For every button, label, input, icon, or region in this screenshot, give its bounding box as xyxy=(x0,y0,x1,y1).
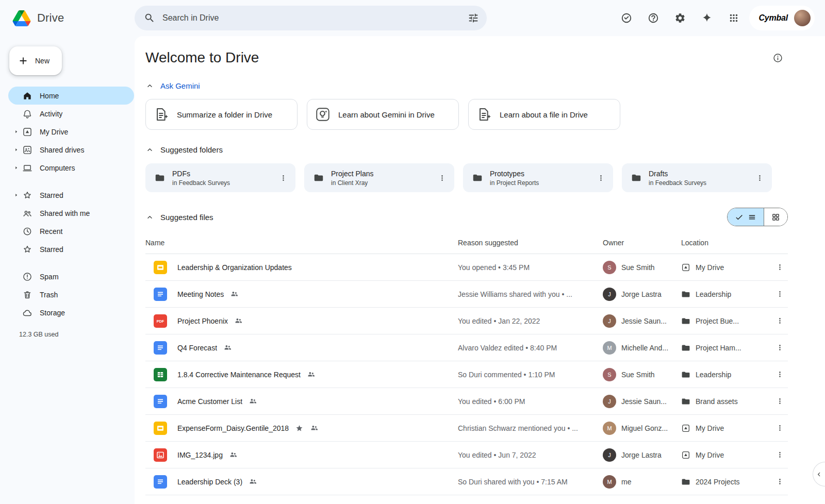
gemini-card-learn-about-gemini-in-drive[interactable]: Learn about Gemini in Drive xyxy=(307,99,459,130)
folder-card-pdfs[interactable]: PDFsin Feedback Surveys xyxy=(145,163,295,192)
file-row[interactable]: Leadership Deck (3)So Duri shared with y… xyxy=(145,468,788,495)
sidebar-nav: HomeActivityMy DriveShared drivesCompute… xyxy=(8,87,135,322)
kebab-icon xyxy=(279,174,288,182)
folder-icon xyxy=(681,370,690,379)
file-menu-button[interactable] xyxy=(771,259,788,276)
file-menu-button[interactable] xyxy=(771,474,788,490)
file-menu-button[interactable] xyxy=(771,313,788,329)
folder-menu-button[interactable] xyxy=(591,169,610,187)
file-row[interactable]: Meeting NotesJessie Williams shared with… xyxy=(145,281,788,308)
file-row[interactable]: Q4 ForecastAlvaro Valdez edited • 8:40 P… xyxy=(145,334,788,361)
file-menu-button[interactable] xyxy=(771,340,788,356)
file-menu-button[interactable] xyxy=(771,366,788,383)
file-name: IMG_1234.jpg xyxy=(177,451,223,459)
search-icon xyxy=(144,12,155,24)
app-title: Drive xyxy=(37,11,64,25)
kebab-icon xyxy=(776,343,784,352)
file-menu-button[interactable] xyxy=(771,286,788,303)
company-logo: Cymbal xyxy=(758,13,788,23)
offline-check-button[interactable] xyxy=(616,8,637,28)
column-header-name[interactable]: Name xyxy=(145,239,458,247)
my-drive-icon xyxy=(22,127,32,137)
info-button[interactable] xyxy=(767,47,788,68)
drive-brand[interactable]: Drive xyxy=(12,10,135,26)
kebab-icon xyxy=(776,263,784,272)
help-button[interactable] xyxy=(643,8,664,28)
sidebar-item-starred[interactable]: Starred xyxy=(8,240,134,258)
list-view-button[interactable] xyxy=(728,208,764,226)
suggested-folders-toggle[interactable]: Suggested folders xyxy=(145,145,223,154)
expand-caret-icon[interactable] xyxy=(11,127,21,137)
owner-name: Michelle And... xyxy=(621,344,672,352)
ask-gemini-toggle[interactable]: Ask Gemini xyxy=(145,81,200,90)
sidebar-item-starred[interactable]: Starred xyxy=(8,186,134,204)
folder-card-drafts[interactable]: Draftsin Feedback Surveys xyxy=(622,163,772,192)
gemini-card-learn-about-a-file-in-drive[interactable]: Learn about a file in Drive xyxy=(468,99,620,130)
file-row[interactable]: Acme Customer ListYou edited • 6:00 PMJJ… xyxy=(145,388,788,415)
sidebar-item-my-drive[interactable]: My Drive xyxy=(8,123,134,141)
file-menu-button[interactable] xyxy=(771,420,788,436)
kebab-icon xyxy=(776,424,784,432)
file-reason: You edited • 6:00 PM xyxy=(458,388,603,415)
grid-view-button[interactable] xyxy=(764,208,787,226)
file-row[interactable]: Leadership & Organization UpdatesYou ope… xyxy=(145,254,788,281)
sidebar-item-activity[interactable]: Activity xyxy=(8,105,134,123)
folder-icon xyxy=(155,173,165,183)
shared-people-icon xyxy=(310,424,319,432)
sidebar-item-label: Trash xyxy=(40,291,58,299)
search-options-button[interactable] xyxy=(463,8,484,28)
settings-button[interactable] xyxy=(670,8,690,28)
sidebar-item-trash[interactable]: Trash xyxy=(8,285,134,304)
file-row[interactable]: 1.8.4 Corrective Maintenance RequestSo D… xyxy=(145,361,788,388)
computer-icon xyxy=(22,163,32,173)
list-icon xyxy=(748,213,756,222)
page-title: Welcome to Drive xyxy=(145,49,259,66)
kebab-icon xyxy=(776,290,784,298)
expander-spacer xyxy=(11,308,21,318)
suggested-files-toggle[interactable]: Suggested files xyxy=(145,213,213,222)
sidebar-item-recent[interactable]: Recent xyxy=(8,222,134,240)
search-bar[interactable] xyxy=(135,6,487,30)
expand-caret-icon[interactable] xyxy=(11,145,21,155)
search-input[interactable] xyxy=(162,13,456,23)
sidebar-item-spam[interactable]: Spam xyxy=(8,267,134,285)
account-avatar[interactable] xyxy=(794,10,811,26)
apps-grid-button[interactable] xyxy=(723,8,744,28)
home-icon xyxy=(22,91,32,101)
sidebar-item-storage[interactable]: Storage xyxy=(8,304,134,322)
column-header-reason-suggested[interactable]: Reason suggested xyxy=(458,239,603,247)
owner-avatar: M xyxy=(603,475,616,489)
file-name: Q4 Forecast xyxy=(177,344,217,352)
gemini-card-summarize-a-folder-in-drive[interactable]: Summarize a folder in Drive xyxy=(145,99,298,130)
gemini-sparkle-button[interactable] xyxy=(697,8,717,28)
folder-menu-button[interactable] xyxy=(433,169,451,187)
new-button[interactable]: New xyxy=(9,46,62,75)
file-menu-button[interactable] xyxy=(771,393,788,410)
file-row[interactable]: ExpenseForm_Daisy.Gentile_2018Christian … xyxy=(145,415,788,442)
sidebar-item-label: Storage xyxy=(40,309,65,317)
expand-caret-icon[interactable] xyxy=(11,190,21,200)
expand-caret-icon[interactable] xyxy=(11,163,21,173)
sidebar-item-shared-drives[interactable]: Shared drives xyxy=(8,141,134,159)
sidebar-item-home[interactable]: Home xyxy=(8,87,134,105)
column-header-location[interactable]: Location xyxy=(681,239,767,247)
settings-icon xyxy=(674,12,686,24)
sidebar-item-label: Activity xyxy=(40,110,62,118)
sidebar-item-computers[interactable]: Computers xyxy=(8,159,134,177)
file-row[interactable]: IMG_1234.jpgYou edited • Jun 7, 2022JJor… xyxy=(145,442,788,468)
file-type-docs-icon xyxy=(154,395,167,408)
sidebar-item-label: Shared drives xyxy=(40,146,84,154)
sidebar-item-label: Starred xyxy=(40,245,63,254)
file-menu-button[interactable] xyxy=(771,447,788,463)
folder-card-project-plans[interactable]: Project Plansin Client Xray xyxy=(304,163,454,192)
folder-card-prototypes[interactable]: Prototypesin Project Reports xyxy=(463,163,613,192)
file-location: My Drive xyxy=(681,450,767,460)
sidebar-item-label: Shared with me xyxy=(40,209,90,217)
folder-menu-button[interactable] xyxy=(750,169,769,187)
file-row[interactable]: PDFProject PhoenixYou edited • Jan 22, 2… xyxy=(145,308,788,334)
starred-icon xyxy=(295,424,304,432)
sidebar-item-shared-with-me[interactable]: Shared with me xyxy=(8,204,134,222)
column-header-owner[interactable]: Owner xyxy=(603,239,681,247)
folder-menu-button[interactable] xyxy=(274,169,292,187)
folder-name: Prototypes xyxy=(490,170,539,178)
